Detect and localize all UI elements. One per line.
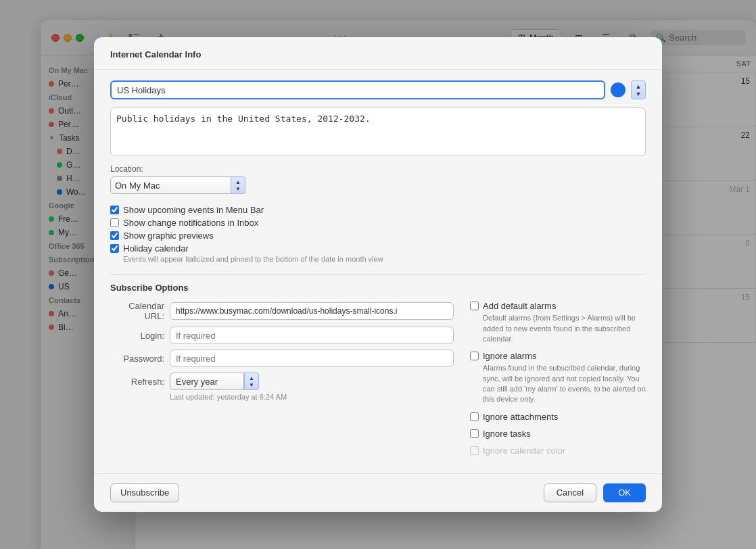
location-row: Location: On My Mac ▲ ▼ bbox=[110, 164, 646, 194]
modal-footer: Unsubscribe Cancel OK bbox=[94, 473, 662, 512]
checkbox-notifications-row: Show change notifications in Inbox bbox=[110, 218, 646, 228]
checkbox-previews[interactable] bbox=[110, 231, 119, 240]
calendar-url-input[interactable] bbox=[170, 302, 454, 320]
location-select[interactable]: On My Mac bbox=[110, 176, 245, 194]
ignore-tasks-check-row: Ignore tasks bbox=[470, 429, 646, 439]
ignore-alarms-option: Ignore alarms Alarms found in the subscr… bbox=[470, 351, 646, 405]
checkbox-previews-row: Show graphic previews bbox=[110, 231, 646, 241]
color-picker-button[interactable] bbox=[611, 82, 625, 97]
password-row: Password: bbox=[110, 350, 454, 367]
cancel-button[interactable]: Cancel bbox=[544, 483, 596, 502]
stepper-down-icon: ▼ bbox=[636, 91, 642, 97]
ignore-tasks-option: Ignore tasks bbox=[470, 429, 646, 439]
checkbox-holiday[interactable] bbox=[110, 244, 119, 253]
location-label: Location: bbox=[110, 164, 646, 174]
checkbox-upcoming[interactable] bbox=[110, 206, 119, 214]
ignore-attachments-option: Ignore attachments bbox=[470, 412, 646, 422]
refresh-select-wrap: Every year Every month Every week Every … bbox=[170, 373, 259, 390]
password-input[interactable] bbox=[170, 350, 454, 367]
checkbox-ignore-tasks[interactable] bbox=[470, 429, 479, 438]
checkbox-ignore-attachments[interactable] bbox=[470, 412, 479, 421]
subscribe-left: Calendar URL: Login: Password: bbox=[110, 301, 454, 462]
subscribe-body: Calendar URL: Login: Password: bbox=[110, 301, 646, 462]
refresh-stepper[interactable]: ▲ ▼ bbox=[244, 373, 259, 390]
ignore-calendar-color-label: Ignore calendar color bbox=[483, 446, 565, 456]
holiday-sublabel: Events will appear italicized and pinned… bbox=[123, 255, 646, 263]
location-select-wrap: On My Mac ▲ ▼ bbox=[110, 176, 646, 194]
add-default-alarms-option: Add default alarms Default alarms (from … bbox=[470, 301, 646, 344]
checkbox-notifications-label: Show change notifications in Inbox bbox=[123, 218, 258, 228]
unsubscribe-button[interactable]: Unsubscribe bbox=[110, 483, 179, 502]
section-divider bbox=[110, 274, 646, 274]
ignore-attachments-label: Ignore attachments bbox=[483, 412, 558, 422]
subscribe-right: Add default alarms Default alarms (from … bbox=[470, 301, 646, 462]
checkbox-previews-label: Show graphic previews bbox=[123, 231, 214, 241]
modal-header: Internet Calendar Info bbox=[94, 37, 662, 70]
ignore-alarms-desc: Alarms found in the subscribed calendar,… bbox=[483, 363, 646, 405]
ignore-calendar-color-option: Ignore calendar color bbox=[470, 446, 646, 456]
modal-body: ▲ ▼ Public holidays in the United States… bbox=[94, 70, 662, 473]
stepper-up-icon: ▲ bbox=[636, 83, 642, 90]
ok-button[interactable]: OK bbox=[603, 483, 646, 502]
stepper-down-icon: ▼ bbox=[249, 382, 254, 388]
password-label: Password: bbox=[110, 354, 164, 364]
checkbox-holiday-label: Holiday calendar bbox=[123, 243, 189, 254]
add-default-alarms-label: Add default alarms bbox=[483, 301, 556, 311]
calendar-name-row: ▲ ▼ bbox=[110, 80, 646, 99]
ignore-attachments-check-row: Ignore attachments bbox=[470, 412, 646, 422]
refresh-label: Refresh: bbox=[110, 377, 164, 387]
last-updated-text: Last updated: yesterday at 6:24 AM bbox=[170, 393, 454, 401]
modal-title: Internet Calendar Info bbox=[110, 49, 201, 59]
checkbox-add-default-alarms[interactable] bbox=[470, 302, 479, 310]
refresh-row: Refresh: Every year Every month Every we… bbox=[110, 373, 454, 390]
subscribe-options-title: Subscribe Options bbox=[110, 283, 646, 293]
calendar-name-input[interactable] bbox=[110, 80, 605, 99]
modal-dialog: Internet Calendar Info ▲ ▼ Public holida… bbox=[94, 37, 662, 512]
refresh-select[interactable]: Every year Every month Every week Every … bbox=[170, 373, 244, 390]
checkbox-upcoming-label: Show upcoming events in Menu Bar bbox=[123, 205, 264, 215]
calendar-url-row: Calendar URL: bbox=[110, 301, 454, 321]
checkbox-ignore-alarms[interactable] bbox=[470, 352, 479, 360]
ignore-tasks-label: Ignore tasks bbox=[483, 429, 531, 439]
checkbox-notifications[interactable] bbox=[110, 218, 119, 227]
login-row: Login: bbox=[110, 327, 454, 344]
ignore-calendar-color-check-row: Ignore calendar color bbox=[470, 446, 646, 456]
add-default-alarms-check-row: Add default alarms bbox=[470, 301, 646, 311]
calendar-url-label: Calendar URL: bbox=[110, 301, 164, 321]
ignore-alarms-label: Ignore alarms bbox=[483, 351, 536, 361]
login-label: Login: bbox=[110, 331, 164, 341]
checkbox-ignore-calendar-color[interactable] bbox=[470, 446, 479, 455]
footer-right-buttons: Cancel OK bbox=[544, 483, 646, 502]
modal-overlay: Internet Calendar Info ▲ ▼ Public holida… bbox=[0, 0, 756, 549]
checkbox-holiday-row: Holiday calendar bbox=[110, 243, 646, 254]
checkboxes-section: Show upcoming events in Menu Bar Show ch… bbox=[110, 205, 646, 263]
name-stepper[interactable]: ▲ ▼ bbox=[631, 80, 646, 99]
ignore-alarms-check-row: Ignore alarms bbox=[470, 351, 646, 361]
add-default-alarms-desc: Default alarms (from Settings > Alarms) … bbox=[483, 313, 646, 344]
checkbox-upcoming-row: Show upcoming events in Menu Bar bbox=[110, 205, 646, 215]
description-textarea[interactable]: Public holidays in the United States, 20… bbox=[110, 108, 646, 156]
stepper-up-icon: ▲ bbox=[249, 375, 254, 381]
login-input[interactable] bbox=[170, 327, 454, 344]
